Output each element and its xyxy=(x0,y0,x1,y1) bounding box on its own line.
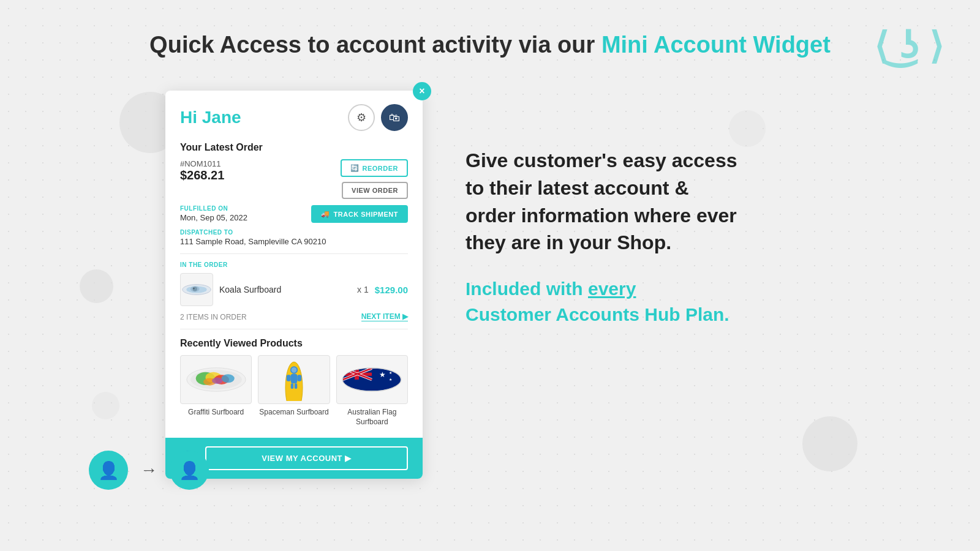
main-description: Give customer's easy accessto their late… xyxy=(466,147,931,257)
svg-rect-19 xyxy=(295,383,297,389)
avatar-before: 👤 xyxy=(89,451,128,490)
close-button[interactable]: × xyxy=(413,82,431,100)
avatar-after: 👤 xyxy=(170,451,209,490)
koala-surfboard-image xyxy=(181,277,212,302)
every-text: every xyxy=(588,279,636,299)
australian-surfboard-image: ★ ★ ★ xyxy=(338,358,405,401)
divider-2 xyxy=(180,329,408,329)
settings-button[interactable]: ⚙ xyxy=(348,104,375,131)
svg-point-4 xyxy=(193,288,195,290)
dispatched-info: DISPATCHED TO 111 Sample Road, Samplevil… xyxy=(180,229,408,246)
reorder-button[interactable]: 🔄 REORDER xyxy=(341,159,408,177)
greeting-text: Hi Jane xyxy=(180,108,241,127)
view-account-button[interactable]: VIEW MY ACCOUNT ▶ xyxy=(205,446,408,470)
mini-account-widget: × Hi Jane ⚙ 🛍 Your Latest Order xyxy=(165,91,423,479)
australian-thumbnail: ★ ★ ★ xyxy=(336,355,408,404)
item-name: Koala Surfboard xyxy=(219,285,351,294)
fulfilled-row: FULFILLED ON Mon, Sep 05, 2022 🚚 TRACK S… xyxy=(180,205,408,223)
fulfilled-info: FULFILLED ON Mon, Sep 05, 2022 xyxy=(180,205,247,222)
svg-rect-18 xyxy=(291,383,293,389)
view-order-button[interactable]: VIEW ORDER xyxy=(342,182,408,199)
latest-order-title: Your Latest Order xyxy=(180,142,408,153)
order-info: #NOM1011 $268.21 xyxy=(180,159,224,182)
order-summary-row: #NOM1011 $268.21 🔄 REORDER VIEW ORDER xyxy=(180,159,408,199)
product-name-australian: Australian Flag Surfboard xyxy=(336,408,408,427)
order-item: Koala Surfboard x 1 $129.00 xyxy=(180,273,408,306)
svg-point-12 xyxy=(212,378,223,384)
svg-point-20 xyxy=(292,367,297,373)
dispatched-address: 111 Sample Road, Sampleville CA 90210 xyxy=(180,237,408,246)
fulfilled-label: FULFILLED ON xyxy=(180,205,247,212)
items-navigation: 2 ITEMS IN ORDER NEXT ITEM ▶ xyxy=(180,312,408,321)
recently-viewed-title: Recently Viewed Products xyxy=(180,338,408,349)
product-name-graffiti: Graffiti Surfboard xyxy=(180,408,252,418)
order-number: #NOM1011 xyxy=(180,159,224,168)
item-qty: x 1 xyxy=(357,285,369,294)
right-content: Give customer's easy accessto their late… xyxy=(466,147,931,328)
product-item-spaceman[interactable]: Spaceman Surfboard xyxy=(258,355,330,427)
svg-text:★: ★ xyxy=(379,370,386,379)
spaceman-thumbnail xyxy=(258,355,330,404)
product-name-spaceman: Spaceman Surfboard xyxy=(258,408,330,418)
next-item-button[interactable]: NEXT ITEM ▶ xyxy=(361,312,408,321)
svg-text:★: ★ xyxy=(389,377,392,381)
order-actions: 🔄 REORDER VIEW ORDER xyxy=(341,159,408,199)
cart-button[interactable]: 🛍 xyxy=(381,104,408,131)
brand-icon: ⟨ ͜ʖ ⟩ xyxy=(874,24,943,67)
truck-icon: 🚚 xyxy=(321,210,330,218)
divider xyxy=(180,253,408,254)
user-icon-before: 👤 xyxy=(98,460,119,481)
svg-point-10 xyxy=(221,374,234,383)
product-item-graffiti[interactable]: Graffiti Surfboard xyxy=(180,355,252,427)
sub-description: Included with everyCustomer Accounts Hub… xyxy=(466,276,931,328)
item-thumbnail xyxy=(180,273,213,306)
page-title: Quick Access to account activity via our… xyxy=(0,32,980,58)
fulfilled-date: Mon, Sep 05, 2022 xyxy=(180,213,247,222)
svg-rect-16 xyxy=(287,375,291,381)
user-icon-after: 👤 xyxy=(179,460,200,481)
widget-body: Hi Jane ⚙ 🛍 Your Latest Order #NOM1011 $… xyxy=(165,91,423,438)
cart-icon: 🛍 xyxy=(389,111,400,124)
in-order-label: IN THE ORDER xyxy=(180,261,408,268)
avatar-demo: 👤 → 👤 xyxy=(89,451,209,490)
dispatched-label: DISPATCHED TO xyxy=(180,229,408,236)
recently-viewed-grid: Graffiti Surfboard xyxy=(180,355,408,427)
reorder-icon: 🔄 xyxy=(350,164,360,172)
widget-header: Hi Jane ⚙ 🛍 xyxy=(180,104,408,131)
spaceman-surfboard-image xyxy=(260,358,328,401)
track-shipment-button[interactable]: 🚚 TRACK SHIPMENT xyxy=(311,205,408,223)
graffiti-surfboard-image xyxy=(183,358,250,401)
order-amount: $268.21 xyxy=(180,168,224,182)
arrow-icon: → xyxy=(140,460,157,480)
graffiti-thumbnail xyxy=(180,355,252,404)
item-price: $129.00 xyxy=(375,285,408,295)
svg-rect-15 xyxy=(291,373,298,383)
header-icons: ⚙ 🛍 xyxy=(348,104,408,131)
svg-rect-17 xyxy=(297,375,301,381)
widget-card: Hi Jane ⚙ 🛍 Your Latest Order #NOM1011 $… xyxy=(165,91,423,479)
product-item-australian[interactable]: ★ ★ ★ Australian Flag Surfboard xyxy=(336,355,408,427)
items-count: 2 ITEMS IN ORDER xyxy=(180,313,247,321)
settings-icon: ⚙ xyxy=(356,111,366,124)
